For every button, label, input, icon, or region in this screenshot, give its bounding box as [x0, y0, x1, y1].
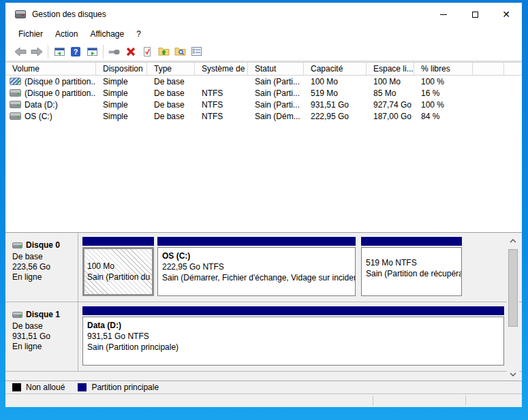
- folder-search-button[interactable]: [172, 44, 188, 60]
- delete-volume-button[interactable]: [123, 44, 139, 60]
- menu-affichage[interactable]: Affichage: [84, 27, 130, 41]
- disk-size: 931,51 Go: [12, 332, 78, 342]
- partition-box[interactable]: OS (C:) 222,95 Go NTFS Sain (Démarrer, F…: [157, 247, 356, 296]
- primary-partition-swatch: [78, 383, 87, 391]
- volume-percent-free: 100 %: [414, 76, 473, 87]
- properties-button[interactable]: [188, 44, 204, 60]
- volume-name: OS (C:): [25, 112, 52, 121]
- volume-name: (Disque 0 partition...: [25, 77, 96, 86]
- disk-graphical-pane: Disque 0 De base 223,56 Go En ligne 100 …: [5, 232, 522, 381]
- check-document-button[interactable]: [139, 44, 155, 60]
- disk0-graphic-area: 100 Mo Sain (Partition du OS (C:) 222,95…: [78, 233, 522, 302]
- column-header-systeme[interactable]: Système de ...: [195, 63, 248, 75]
- disk0-label-cell[interactable]: Disque 0 De base 223,56 Go En ligne: [5, 233, 78, 302]
- status-separator: [373, 395, 373, 406]
- chevron-up-icon: [510, 239, 516, 243]
- volume-free-space: 187,00 Go: [367, 110, 414, 122]
- scroll-up-button[interactable]: [507, 236, 519, 246]
- vertical-scrollbar[interactable]: [507, 236, 519, 380]
- partition-efi-100mo[interactable]: 100 Mo Sain (Partition du: [82, 237, 154, 296]
- volume-disposition: Simple: [96, 99, 147, 110]
- volume-disposition: Simple: [96, 110, 147, 122]
- partition-box-selected[interactable]: 100 Mo Sain (Partition du: [82, 247, 154, 296]
- legend-primary-partition-label: Partition principale: [91, 383, 159, 392]
- column-header-statut[interactable]: Statut: [248, 63, 304, 75]
- close-button[interactable]: ✕: [491, 3, 522, 26]
- close-icon: ✕: [502, 10, 510, 19]
- column-header-volume[interactable]: Volume: [5, 63, 96, 75]
- folder-up-icon: [158, 46, 170, 56]
- screwdriver-icon: [108, 47, 121, 56]
- partition-type-bar: [82, 237, 154, 246]
- menu-bar: Fichier Action Affichage ?: [5, 26, 522, 42]
- partition-status: Sain (Partition de récupéra: [366, 268, 457, 279]
- disk-name: Disque 1: [26, 310, 60, 320]
- red-x-icon: [125, 46, 136, 57]
- document-check-icon: [142, 46, 153, 57]
- forward-arrow-icon: [31, 46, 43, 57]
- column-header-type[interactable]: Type: [147, 63, 195, 75]
- scroll-down-button[interactable]: [507, 369, 519, 380]
- volume-percent-free: 84 %: [414, 110, 473, 122]
- menu-help[interactable]: ?: [130, 27, 147, 41]
- disk-management-app-icon: [15, 10, 26, 18]
- partition-type-bar: [157, 237, 356, 246]
- maximize-button[interactable]: [459, 3, 491, 26]
- volume-free-space: 85 Mo: [367, 87, 414, 99]
- volume-status: Sain (Parti...: [248, 76, 304, 87]
- partition-data-d[interactable]: Data (D:) 931,51 Go NTFS Sain (Partition…: [82, 306, 504, 366]
- caption-buttons: ✕: [428, 3, 522, 26]
- menu-fichier[interactable]: Fichier: [12, 27, 49, 41]
- partition-box[interactable]: Data (D:) 931,51 Go NTFS Sain (Partition…: [82, 317, 504, 366]
- maximize-icon: [472, 12, 478, 18]
- legend-bar: Non alloué Partition principale: [5, 381, 522, 393]
- partition-size: 222,95 Go NTFS: [162, 261, 351, 272]
- back-button[interactable]: [12, 44, 29, 60]
- volume-status: Sain (Dém...: [248, 110, 304, 122]
- volume-capacity: 100 Mo: [304, 76, 367, 87]
- partition-status: Sain (Démarrer, Fichier d'échange, Vidag…: [162, 272, 351, 283]
- console-tree-icon: [54, 46, 65, 57]
- volume-name: Data (D:): [25, 100, 58, 110]
- volume-row[interactable]: (Disque 0 partition... Simple De base Sa…: [5, 76, 522, 87]
- help-button[interactable]: ?: [67, 44, 84, 60]
- disk1-graphic-area: Data (D:) 931,51 Go NTFS Sain (Partition…: [78, 302, 522, 371]
- volume-type: De base: [147, 99, 195, 110]
- status-bar: [5, 393, 522, 407]
- scrollbar-thumb[interactable]: [508, 249, 518, 327]
- title-bar[interactable]: Gestion des disques ✕: [5, 3, 522, 26]
- help-icon: ?: [70, 46, 81, 57]
- partition-os-c[interactable]: OS (C:) 222,95 Go NTFS Sain (Démarrer, F…: [157, 237, 356, 296]
- volume-icon: [10, 89, 21, 97]
- column-header-disposition[interactable]: Disposition: [96, 63, 147, 75]
- volume-status: Sain (Parti...: [248, 87, 304, 99]
- folder-up-button[interactable]: [155, 44, 172, 60]
- toolbar-separator: [48, 45, 48, 59]
- disk-type: De base: [12, 252, 78, 262]
- tool-button[interactable]: [106, 44, 123, 60]
- partition-type-bar: [361, 237, 462, 246]
- volume-row[interactable]: OS (C:) Simple De base NTFS Sain (Dém...…: [5, 110, 522, 122]
- partition-box[interactable]: 519 Mo NTFS Sain (Partition de récupéra: [361, 247, 462, 296]
- minimize-button[interactable]: [428, 3, 459, 26]
- volume-name: (Disque 0 partition...: [25, 88, 96, 98]
- volume-row[interactable]: Data (D:) Simple De base NTFS Sain (Part…: [5, 99, 522, 110]
- forward-button[interactable]: [29, 44, 45, 60]
- column-header-libres[interactable]: % libres: [414, 63, 473, 75]
- volume-filesystem: NTFS: [195, 110, 248, 122]
- unallocated-swatch: [12, 383, 21, 391]
- menu-action[interactable]: Action: [49, 27, 84, 41]
- volume-status: Sain (Parti...: [248, 99, 304, 110]
- column-header-rest: [504, 63, 522, 75]
- show-action-pane-button[interactable]: [84, 44, 100, 60]
- column-header-espace[interactable]: Espace li...: [367, 63, 414, 75]
- window-title: Gestion des disques: [32, 10, 106, 19]
- partition-recovery-519mo[interactable]: 519 Mo NTFS Sain (Partition de récupéra: [361, 237, 462, 296]
- show-console-tree-button[interactable]: [51, 44, 67, 60]
- volume-icon: [10, 101, 21, 108]
- volume-capacity: 931,51 Go: [304, 99, 367, 110]
- disk1-label-cell[interactable]: Disque 1 De base 931,51 Go En ligne: [5, 302, 78, 371]
- volume-row[interactable]: (Disque 0 partition... Simple De base NT…: [5, 87, 522, 99]
- column-header-capacite[interactable]: Capacité: [304, 63, 367, 75]
- disk-size: 223,56 Go: [12, 262, 78, 272]
